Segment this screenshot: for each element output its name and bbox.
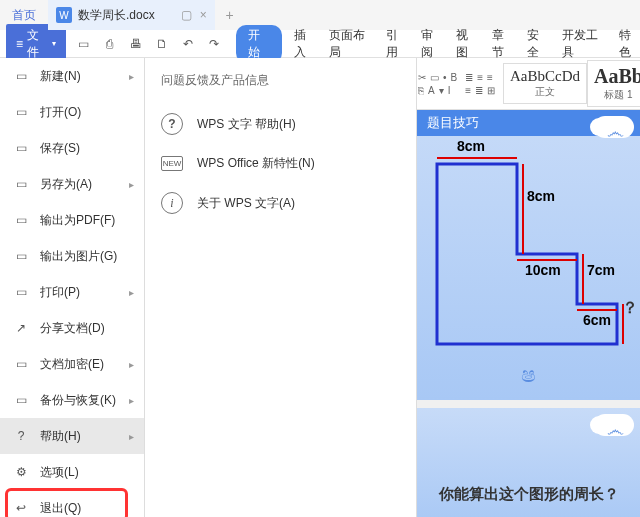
chevron-right-icon: ▸ [129,359,134,370]
ribbon-tab-start[interactable]: 开始 [236,25,282,63]
submenu-item-label: WPS 文字 帮助(H) [197,116,296,133]
menu-item-label: 分享文档(D) [40,320,105,337]
menu-item-label: 帮助(H) [40,428,81,445]
label-b: 6cm [583,312,611,328]
tab-add[interactable]: + [215,7,245,23]
chevron-right-icon: ▸ [129,179,134,190]
tab-document[interactable]: W 数学周长.docx ▢ × [48,0,215,30]
submenu-item[interactable]: NEWWPS Office 新特性(N) [145,145,416,182]
document-area: 题目技巧 ෴ 8cm 8cm 10cm 7cm 6cm ？ ෂ ෴ 你能算出这个… [417,110,640,517]
menu-item-label: 打开(O) [40,104,81,121]
qat-save-icon[interactable]: ⎙ [102,37,118,51]
menu-item-icon: ▭ [12,177,30,191]
menu-item-label: 打印(P) [40,284,80,301]
menu-item-icon: ▭ [12,249,30,263]
qat-new-icon[interactable]: ▭ [76,37,92,51]
chevron-right-icon: ▸ [129,287,134,298]
app-bar: ≡ 文件 ▾ ▭ ⎙ 🖶 🗋 ↶ ↷ 开始 插入 页面布局 引用 审阅 视图 章… [0,30,640,58]
caret-down-icon: ▾ [52,39,56,48]
qat-print-icon[interactable]: 🖶 [128,37,144,51]
menu-item-label: 文档加密(E) [40,356,104,373]
swirl-question-icon: ෂ [521,362,536,388]
ribbon-tab-section[interactable]: 章节 [492,27,513,61]
ribbon-tab-layout[interactable]: 页面布局 [329,27,372,61]
document-title: 数学周长.docx [78,7,155,24]
cloud-icon-2: ෴ [594,414,634,436]
submenu-item-label: WPS Office 新特性(N) [197,155,315,172]
file-menu-item[interactable]: ▭备份与恢复(K)▸ [0,382,144,418]
submenu-item[interactable]: i关于 WPS 文字(A) [145,182,416,224]
perimeter-shape: 8cm 8cm 10cm 7cm 6cm [427,154,615,354]
file-menu-item[interactable]: ▭输出为图片(G) [0,238,144,274]
submenu-header: 问题反馈及产品信息 [145,58,416,103]
label-mid: 10cm [525,262,561,278]
file-menu-item[interactable]: ▭另存为(A)▸ [0,166,144,202]
menu-item-icon: ▭ [12,69,30,83]
ribbon-tab-security[interactable]: 安全 [527,27,548,61]
ribbon-tab-ref[interactable]: 引用 [386,27,407,61]
style-heading1[interactable]: AaBb 标题 1 [587,60,640,107]
file-menu-item[interactable]: ?帮助(H)▸ [0,418,144,454]
menu-item-icon: ▭ [12,141,30,155]
menu-item-icon: ▭ [12,393,30,407]
menu-item-icon: ⚙ [12,465,30,479]
slide-2: ෴ 你能算出这个图形的周长？ [417,408,640,517]
menu-item-label: 输出为PDF(F) [40,212,115,229]
chevron-right-icon: ▸ [129,395,134,406]
slide-2-question: 你能算出这个图形的周长？ [417,485,640,504]
cloud-icon: ෴ [594,116,634,138]
menu-item-icon: ▭ [12,213,30,227]
submenu-item-label: 关于 WPS 文字(A) [197,195,295,212]
file-menu-item[interactable]: ↗分享文档(D) [0,310,144,346]
menu-item-icon: ▭ [12,357,30,371]
file-menu-item[interactable]: ▭新建(N)▸ [0,58,144,94]
file-menu-item[interactable]: ▭文档加密(E)▸ [0,346,144,382]
label-r2: 7cm [587,262,615,278]
ribbon-tab-view[interactable]: 视图 [456,27,477,61]
ribbon-tab-dev[interactable]: 开发工具 [562,27,605,61]
chevron-right-icon: ▸ [129,71,134,82]
menu-item-label: 选项(L) [40,464,79,481]
menu-item-label: 退出(Q) [40,500,81,517]
menu-item-icon: ↩ [12,501,30,515]
file-menu-item[interactable]: ▭打印(P)▸ [0,274,144,310]
window-state-icon[interactable]: ▢ [181,8,192,22]
label-top: 8cm [457,138,485,154]
qat-redo-icon[interactable]: ↷ [206,37,222,51]
qat-undo-icon[interactable]: ↶ [180,37,196,51]
ribbon-tabs: 插入 页面布局 引用 审阅 视图 章节 安全 开发工具 特色 [294,27,640,61]
menu-item-label: 另存为(A) [40,176,92,193]
ribbon-tab-insert[interactable]: 插入 [294,27,315,61]
quick-access-toolbar: ▭ ⎙ 🖶 🗋 ↶ ↷ [76,37,222,51]
menu-item-icon: ▭ [12,105,30,119]
chevron-right-icon: ▸ [129,431,134,442]
ribbon-tab-special[interactable]: 特色 [619,27,640,61]
menu-icon: ≡ [16,37,23,51]
submenu-item[interactable]: ?WPS 文字 帮助(H) [145,103,416,145]
word-icon: W [56,7,72,23]
ribbon-tab-review[interactable]: 审阅 [421,27,442,61]
menu-item-icon: ? [12,429,30,443]
menu-item-label: 输出为图片(G) [40,248,117,265]
menu-item-label: 新建(N) [40,68,81,85]
info-icon: i [161,192,183,214]
title-tab-bar: 首页 W 数学周长.docx ▢ × + [0,0,640,30]
menu-item-icon: ▭ [12,285,30,299]
menu-item-icon: ↗ [12,321,30,335]
file-menu-item[interactable]: ⚙选项(L) [0,454,144,490]
help-submenu: 问题反馈及产品信息 ?WPS 文字 帮助(H)NEWWPS Office 新特性… [145,58,417,517]
label-r1: 8cm [527,188,555,204]
file-menu-item[interactable]: ↩退出(Q) [0,490,144,517]
qat-preview-icon[interactable]: 🗋 [154,37,170,51]
menu-item-label: 保存(S) [40,140,80,157]
file-menu-item[interactable]: ▭输出为PDF(F) [0,202,144,238]
tab-close-icon[interactable]: × [200,8,207,22]
file-menu-panel: ▭新建(N)▸▭打开(O)▭保存(S)▭另存为(A)▸▭输出为PDF(F)▭输出… [0,58,145,517]
menu-item-label: 备份与恢复(K) [40,392,116,409]
file-menu-item[interactable]: ▭打开(O) [0,94,144,130]
style-normal[interactable]: AaBbCcDd 正文 [503,63,587,104]
slide-1: 题目技巧 ෴ 8cm 8cm 10cm 7cm 6cm ？ ෂ [417,110,640,400]
question-mark: ？ [622,298,638,319]
file-menu-item[interactable]: ▭保存(S) [0,130,144,166]
help-icon: ? [161,113,183,135]
